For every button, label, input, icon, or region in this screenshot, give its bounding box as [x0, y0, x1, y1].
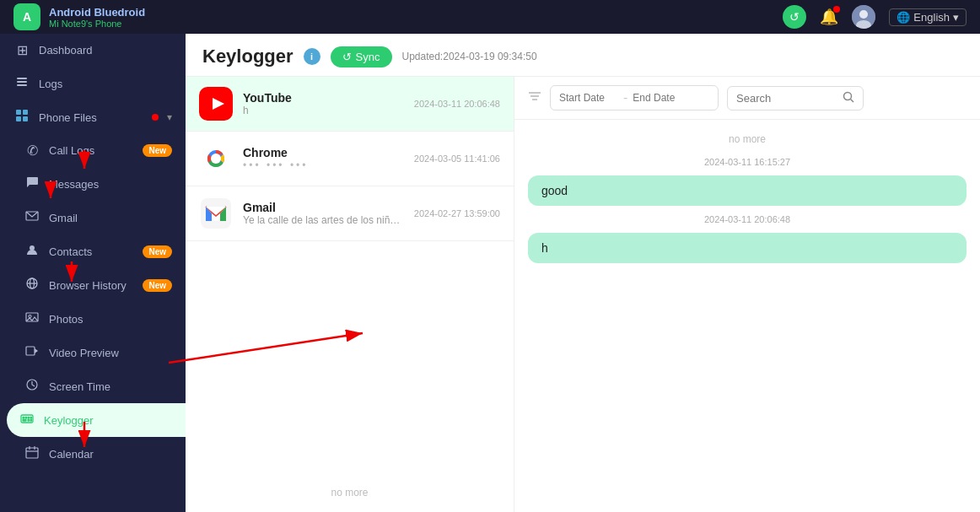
sidebar-item-call-logs[interactable]: ✆ Call Logs New [0, 134, 186, 167]
phone-files-dot [152, 114, 159, 121]
sidebar-item-gmail[interactable]: Gmail [0, 201, 186, 234]
bell-icon[interactable]: 🔔 [820, 8, 838, 26]
contacts-badge: New [143, 245, 172, 258]
sync-circle-icon[interactable]: ↺ [783, 5, 806, 29]
svg-rect-7 [23, 110, 28, 115]
gmail-icon-item [199, 197, 233, 230]
sidebar-label-calendar: Calendar [49, 448, 94, 461]
sync-button[interactable]: ↺ Sync [331, 46, 392, 67]
avatar[interactable] [852, 5, 875, 29]
device-name: Mi Note9's Phone [49, 19, 145, 29]
app-item-gmail[interactable]: Gmail Ye la calle de las artes de los ni… [186, 186, 514, 241]
sidebar-label-call-logs: Call Logs [49, 144, 94, 157]
message-bubble-1: good [528, 175, 967, 206]
app-item-chrome[interactable]: Chrome ••• ••• ••• 2024-03-05 11:41:06 [186, 132, 514, 186]
date-range-filter[interactable]: - [550, 85, 719, 110]
sidebar-label-phone-files: Phone Files [39, 111, 143, 124]
svg-rect-3 [17, 78, 27, 79]
search-input[interactable] [736, 92, 837, 105]
sidebar-item-screen-time[interactable]: Screen Time [0, 369, 186, 403]
language-button[interactable]: 🌐 English ▾ [889, 8, 967, 26]
search-icon[interactable] [843, 91, 854, 105]
video-preview-icon [24, 344, 40, 361]
youtube-time: 2024-03-11 20:06:48 [414, 99, 500, 109]
call-logs-badge: New [143, 144, 172, 157]
gmail-icon [24, 209, 40, 226]
header-icons: ↺ 🔔 🌐 English ▾ [783, 5, 967, 29]
sidebar-item-video-preview[interactable]: Video Preview [0, 336, 186, 369]
sidebar-item-messages[interactable]: Messages [0, 167, 186, 201]
sidebar-label-contacts: Contacts [49, 245, 92, 258]
keylogger-icon [19, 412, 35, 428]
call-logs-icon: ✆ [24, 143, 40, 159]
top-header: A Android Bluedroid Mi Note9's Phone ↺ 🔔… [0, 0, 980, 34]
chrome-preview: ••• ••• ••• [243, 159, 404, 171]
svg-rect-25 [23, 420, 26, 422]
app-item-youtube[interactable]: YouTube h 2024-03-11 20:06:48 [186, 77, 514, 132]
sidebar-label-video-preview: Video Preview [49, 347, 119, 359]
sidebar-label-messages: Messages [49, 178, 99, 191]
sidebar-label-dashboard: Dashboard [39, 44, 93, 57]
svg-point-16 [29, 315, 31, 318]
gmail-preview: Ye la calle de las artes de los niños y … [243, 214, 404, 226]
svg-marker-18 [35, 348, 38, 353]
no-more-left: no more [186, 473, 514, 512]
svg-rect-24 [30, 418, 32, 419]
sidebar-label-screen-time: Screen Time [49, 380, 110, 393]
svg-rect-8 [16, 116, 21, 121]
date-separator: - [623, 90, 627, 105]
sidebar-label-keylogger: Keylogger [44, 414, 94, 427]
app-logo: A [13, 3, 40, 30]
sidebar-item-photos[interactable]: Photos [0, 302, 186, 336]
sidebar-item-phone-files[interactable]: Phone Files ▾ [0, 100, 186, 134]
end-date-input[interactable] [633, 92, 692, 104]
start-date-input[interactable] [559, 92, 618, 104]
sync-label: Sync [356, 51, 380, 63]
calendar-icon [24, 445, 40, 462]
svg-point-1 [859, 10, 868, 19]
messages-area: no more 2024-03-11 16:15:27 good 2024-03… [514, 120, 980, 512]
sidebar-item-contacts[interactable]: Contacts New [0, 234, 186, 268]
left-panel: YouTube h 2024-03-11 20:06:48 [186, 77, 514, 512]
chrome-name: Chrome [243, 146, 404, 159]
message-timestamp-1: 2024-03-11 16:15:27 [528, 157, 967, 167]
sync-icon: ↺ [342, 51, 352, 63]
photos-icon [24, 310, 40, 327]
svg-line-42 [851, 99, 854, 102]
sidebar-item-keylogger[interactable]: Keylogger [7, 403, 186, 437]
sidebar-item-logs[interactable]: Logs [0, 67, 186, 100]
svg-rect-28 [26, 448, 38, 458]
globe-icon: 🌐 [897, 11, 910, 24]
svg-rect-27 [30, 420, 32, 422]
sidebar-label-gmail: Gmail [49, 212, 78, 224]
language-label: English [913, 11, 950, 24]
sidebar-item-dashboard[interactable]: ⊞ Dashboard [0, 34, 186, 67]
notification-dot [833, 6, 840, 13]
sidebar-item-browser-history[interactable]: Browser History New [0, 268, 186, 302]
gmail-time: 2024-02-27 13:59:00 [414, 208, 500, 218]
sidebar-item-calendar[interactable]: Calendar [0, 437, 186, 471]
svg-rect-17 [26, 347, 35, 355]
sidebar-label-photos: Photos [49, 313, 83, 326]
browser-badge: New [143, 279, 172, 292]
svg-rect-5 [17, 84, 27, 86]
screen-time-icon [24, 378, 40, 395]
gmail-info: Gmail Ye la calle de las artes de los ni… [243, 201, 404, 226]
message-timestamp-2: 2024-03-11 20:06:48 [528, 214, 967, 224]
chrome-info: Chrome ••• ••• ••• [243, 146, 404, 171]
chrome-time: 2024-03-05 11:41:06 [414, 154, 500, 164]
dashboard-icon: ⊞ [13, 42, 30, 58]
page-title: Keylogger [202, 46, 293, 67]
right-panel: - no more 2024-03-11 16:15:27 good [514, 77, 980, 512]
svg-rect-4 [17, 81, 27, 83]
youtube-name: YouTube [243, 91, 404, 105]
phone-files-icon [13, 109, 30, 126]
logs-icon [13, 75, 30, 92]
phone-files-chevron: ▾ [167, 111, 172, 123]
youtube-icon [199, 87, 233, 121]
svg-rect-6 [16, 110, 21, 115]
brand-name: Android Bluedroid [49, 6, 145, 19]
main-layout: ⊞ Dashboard Logs Phone Files ▾ ✆ Call Lo… [0, 34, 980, 512]
svg-rect-9 [23, 116, 28, 121]
info-button[interactable]: i [304, 48, 320, 65]
